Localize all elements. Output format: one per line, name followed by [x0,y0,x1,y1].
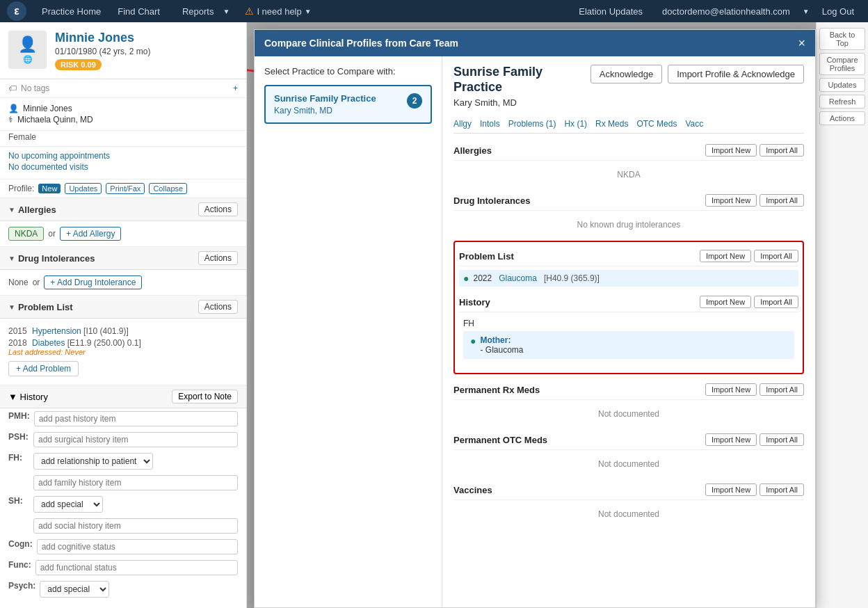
vaccines-import-all-btn[interactable]: Import All [760,483,804,496]
diabetes-link[interactable]: Diabetes [32,338,65,348]
person-icon: 👤 [8,104,19,113]
add-tag-btn[interactable]: + [233,83,238,93]
problem-list-actions-btn[interactable]: Actions [198,300,238,314]
problem-import-all-btn[interactable]: Import All [754,250,798,262]
right-nav: Elation Updates doctordemo@elationhealth… [572,3,861,19]
rx-import-new-btn[interactable]: Import New [705,383,757,396]
no-upcoming-appts[interactable]: No upcoming appointments [8,151,238,161]
vaccines-import-new-btn[interactable]: Import New [705,483,757,496]
psh-row: PSH: [0,429,246,450]
tab-hx[interactable]: Hx (1) [564,116,587,133]
pmh-row: PMH: [0,408,246,429]
cogn-row: Cogn: [0,536,246,557]
drug-import-all-btn[interactable]: Import All [760,194,804,207]
user-dropdown-icon[interactable]: ▼ [803,8,810,15]
no-documented-visits[interactable]: No documented visits [8,162,238,172]
problem-list-section-header: ▼ Problem List Actions [0,296,246,319]
refresh-btn[interactable]: Refresh [819,95,865,109]
profile-collapse-btn[interactable]: Collapse [149,183,187,194]
logo-icon[interactable]: ε [7,1,26,21]
problem-import-btns: Import New Import All [700,250,798,262]
psych-dropdown[interactable]: add special [40,581,109,598]
profile-history-fh: FH ● Mother: - Glaucoma [459,316,798,363]
doctor-name: Michaela Quinn, MD [17,115,93,125]
modal-close-btn[interactable]: × [798,37,805,49]
help-btn[interactable]: ⚠ I need help ▼ [238,3,318,19]
otc-import-all-btn[interactable]: Import All [760,433,804,446]
patient-name-meta: Minnie Jones [23,104,72,113]
nav-reports[interactable]: Reports [175,3,221,19]
problem-list-arrow-icon: ▼ [8,303,15,311]
export-to-note-btn[interactable]: Export to Note [172,390,238,403]
tags-row: 🏷 No tags + [0,79,246,98]
tab-vacc[interactable]: Vacc [685,116,703,133]
allergies-import-btns: Import New Import All [705,144,804,157]
rx-import-all-btn[interactable]: Import All [760,383,804,396]
hypertension-link[interactable]: Hypertension [32,326,81,336]
practice-card[interactable]: Sunrise Family Practice Kary Smith, MD 2 [264,85,432,124]
profile-new-btn[interactable]: New [38,184,61,193]
patient-meta: 👤 Minnie Jones ⚕ Michaela Quinn, MD [0,98,246,131]
drug-import-new-btn[interactable]: Import New [705,194,757,207]
add-allergy-btn[interactable]: + Add Allergy [60,227,121,241]
drug-intolerances-actions-btn[interactable]: Actions [198,251,238,265]
reports-dropdown-icon[interactable]: ▼ [223,8,230,15]
otc-import-new-btn[interactable]: Import New [705,433,757,446]
history-import-all-btn[interactable]: Import All [754,296,798,308]
no-tags-label: No tags [21,83,49,93]
profile-vaccines-header: Vaccines Import New Import All [453,480,804,500]
tab-rx-meds[interactable]: Rx Meds [595,116,628,133]
logout-link[interactable]: Log Out [815,3,861,19]
gender-label: Female [8,132,36,142]
profile-history-title: History [459,297,490,307]
add-drug-intolerance-btn[interactable]: + Add Drug Intolerance [44,275,142,289]
fh-label: FH: [8,453,29,463]
fh-row: FH: add relationship to patient [0,450,246,472]
updates-sidebar-btn[interactable]: Updates [819,78,865,92]
practice-doctor: Kary Smith, MD [274,106,376,115]
problem-code: [H40.9 (365.9)] [544,273,600,283]
tab-otc-meds[interactable]: OTC Meds [636,116,677,133]
tab-problems[interactable]: Problems (1) [508,116,556,133]
func-input[interactable] [35,560,238,575]
fh-item-input[interactable] [33,475,238,490]
help-dropdown-icon: ▼ [305,8,312,15]
fh-mother-label: Mother: [480,335,523,345]
elation-updates-link[interactable]: Elation Updates [572,3,650,19]
tab-intols[interactable]: Intols [480,116,500,133]
modal-title: Compare Clinical Profiles from Care Team [264,38,458,49]
profile-otc-title: Permanent OTC Meds [453,435,547,445]
profile-updates-btn[interactable]: Updates [65,183,102,194]
cogn-input[interactable] [37,539,238,554]
import-acknowledge-btn[interactable]: Import Profile & Acknowledge [668,65,804,83]
pmh-input[interactable] [34,411,238,426]
modal-header: Compare Clinical Profiles from Care Team… [255,30,815,56]
allergies-import-new-btn[interactable]: Import New [705,144,757,157]
user-email-link[interactable]: doctordemo@elationhealth.com [655,3,797,19]
highlighted-problems-history: Problem List Import New Import All ● 202… [453,241,804,374]
actions-sidebar-btn[interactable]: Actions [819,111,865,125]
profile-allergies-title: Allergies [453,145,492,156]
sh-dropdown[interactable]: add special [33,496,103,513]
compare-profiles-btn[interactable]: Compare Profiles [819,53,865,75]
allergies-import-all-btn[interactable]: Import All [760,144,804,157]
nav-find-chart[interactable]: Find Chart [111,3,167,19]
back-to-top-btn[interactable]: Back to Top [819,28,865,50]
patient-header: 👤 🌐 Minnie Jones 01/10/1980 (42 yrs, 2 m… [0,22,246,79]
nav-practice-home[interactable]: Practice Home [35,3,108,19]
psh-input[interactable] [33,432,238,447]
acknowledge-btn[interactable]: Acknowledge [590,65,662,83]
patient-avatar: 👤 🌐 [8,31,47,69]
profile-printfax-btn[interactable]: Print/Fax [106,183,145,194]
add-problem-btn[interactable]: + Add Problem [8,361,79,376]
sh-item-input[interactable] [33,518,238,534]
fh-mother-row: ● Mother: - Glaucoma [463,331,794,359]
fh-relationship-dropdown[interactable]: add relationship to patient [33,453,153,470]
tab-allgy[interactable]: Allgy [453,116,472,133]
history-import-new-btn[interactable]: Import New [700,296,751,308]
top-navigation: ε Practice Home Find Chart Reports ▼ ⚠ I… [0,0,868,22]
problem-import-new-btn[interactable]: Import New [700,250,751,262]
allergies-actions-btn[interactable]: Actions [198,202,238,216]
doctor-icon: ⚕ [8,115,13,125]
history-section-header: ▼ History Export to Note [0,385,246,408]
